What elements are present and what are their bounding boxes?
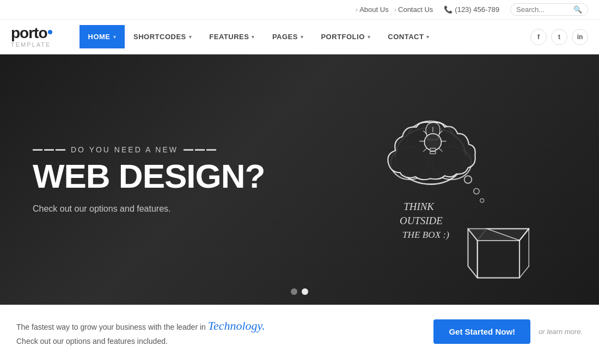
hero-content: DO YOU NEED A NEW WEB DESIGN? Check out … — [0, 54, 599, 305]
svg-text:THINK: THINK — [404, 201, 435, 212]
svg-point-17 — [464, 176, 472, 183]
top-bar: About Us Contact Us 📞 (123) 456-789 🔍 — [0, 0, 599, 20]
hero-text: DO YOU NEED A NEW WEB DESIGN? Check out … — [33, 145, 332, 214]
bottom-text: The fastest way to grow your business wi… — [16, 316, 265, 348]
main-nav: HOME ▾ SHORTCODES ▾ FEATURES ▾ PAGES ▾ P… — [80, 25, 438, 48]
linkedin-icon[interactable]: in — [572, 29, 588, 45]
nav-shortcodes[interactable]: SHORTCODES ▾ — [125, 25, 200, 48]
bottom-bar: The fastest way to grow your business wi… — [0, 305, 599, 359]
hero-subtitle: Check out our options and features. — [33, 204, 332, 214]
hero-illustration: THINK OUTSIDE THE BOX :) — [332, 54, 566, 305]
search-button[interactable]: 🔍 — [573, 5, 582, 14]
cta-button[interactable]: Get Started Now! — [433, 319, 530, 344]
bottom-line1: The fastest way to grow your business wi… — [16, 316, 265, 335]
hero-title: WEB DESIGN? — [33, 159, 332, 193]
search-box[interactable]: 🔍 — [510, 3, 588, 16]
logo: porto — [11, 26, 52, 41]
svg-rect-9 — [430, 151, 436, 153]
about-link[interactable]: About Us — [356, 5, 389, 14]
svg-line-22 — [519, 266, 529, 278]
phone-number: 📞 (123) 456-789 — [444, 5, 499, 14]
chevron-down-icon: ▾ — [426, 34, 430, 40]
chevron-down-icon: ▾ — [252, 34, 255, 40]
phone-icon: 📞 — [444, 5, 453, 14]
contact-link[interactable]: Contact Us — [394, 5, 433, 14]
logo-dot — [48, 30, 52, 34]
hero-tagline: DO YOU NEED A NEW — [33, 145, 332, 154]
tagline-decoration-right — [184, 149, 216, 151]
search-input[interactable] — [516, 5, 571, 14]
nav-home[interactable]: HOME ▾ — [80, 25, 125, 48]
nav-pages[interactable]: PAGES ▾ — [264, 25, 313, 48]
highlight-text: Technology. — [208, 319, 265, 332]
hero-slider: DO YOU NEED A NEW WEB DESIGN? Check out … — [0, 54, 599, 305]
nav-features[interactable]: FEATURES ▾ — [200, 25, 264, 48]
social-icons: f t in — [530, 29, 588, 45]
slider-dot-1[interactable] — [291, 288, 297, 295]
facebook-icon[interactable]: f — [530, 29, 547, 45]
logo-sub: template — [11, 41, 51, 48]
svg-text:OUTSIDE: OUTSIDE — [400, 215, 443, 226]
svg-point-19 — [480, 199, 484, 202]
bottom-line2: Check out our options and features inclu… — [16, 335, 265, 347]
svg-point-18 — [474, 188, 479, 194]
chevron-down-icon: ▾ — [368, 34, 371, 40]
chevron-down-icon: ▾ — [113, 34, 117, 40]
slider-dots — [291, 288, 308, 295]
svg-text:THE BOX :): THE BOX :) — [402, 230, 449, 240]
nav-portfolio[interactable]: PORTFOLIO ▾ — [312, 25, 379, 48]
chevron-down-icon: ▾ — [189, 34, 192, 40]
logo-area: porto template — [11, 26, 52, 48]
nav-contact[interactable]: CONTACT ▾ — [379, 25, 438, 48]
svg-rect-8 — [430, 148, 436, 151]
chevron-down-icon: ▾ — [301, 34, 304, 40]
tagline-decoration-left — [33, 149, 65, 151]
twitter-icon[interactable]: t — [551, 29, 567, 45]
chalk-illustration: THINK OUTSIDE THE BOX :) — [332, 54, 566, 305]
bottom-cta: Get Started Now! or learn more. — [433, 319, 583, 344]
slider-dot-2[interactable] — [302, 288, 308, 295]
learn-more-text: or learn more. — [539, 328, 583, 336]
header: porto template HOME ▾ SHORTCODES ▾ FEATU… — [0, 20, 599, 54]
